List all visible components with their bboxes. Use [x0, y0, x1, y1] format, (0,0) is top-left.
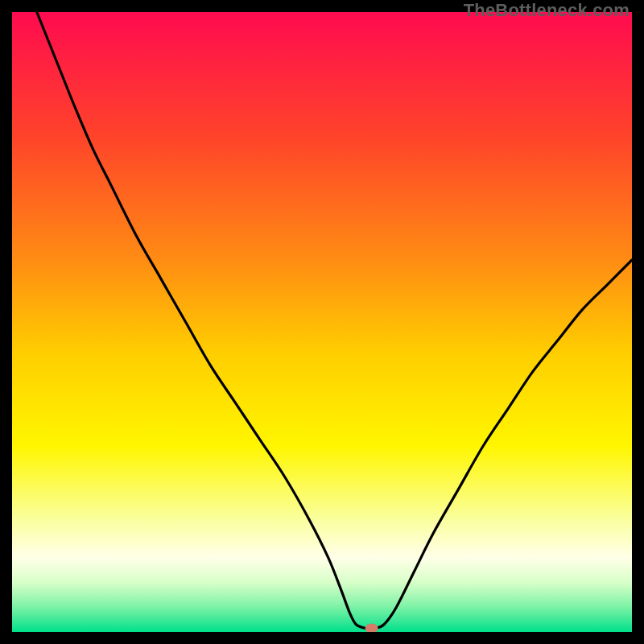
- chart-frame: [12, 12, 632, 632]
- bottleneck-chart: [12, 12, 632, 632]
- watermark-text: TheBottleneck.com: [464, 0, 630, 21]
- gradient-background: [12, 12, 632, 632]
